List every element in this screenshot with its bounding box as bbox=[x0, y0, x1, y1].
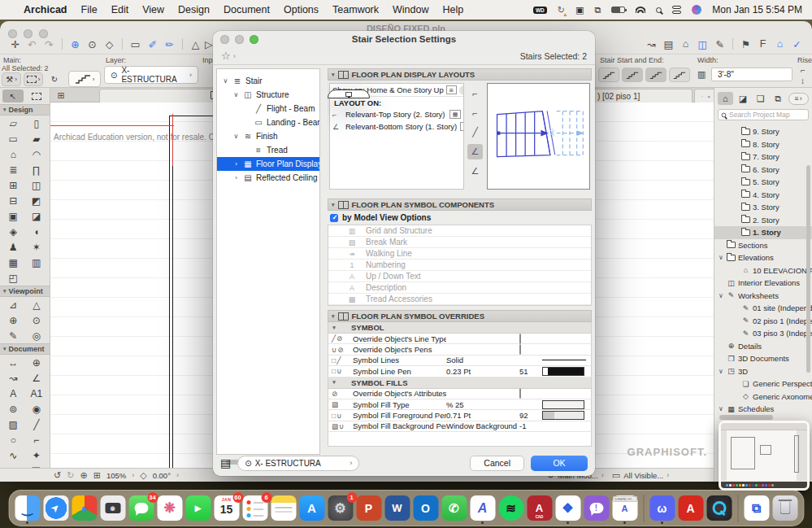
dock-settings[interactable]: ⚙1 bbox=[328, 495, 353, 521]
zone-stamp-tool[interactable]: ◉ bbox=[25, 401, 49, 417]
nav-item-02-piso-1-independ[interactable]: ✎02 piso 1 (Independ bbox=[714, 315, 812, 328]
tree-item-finish[interactable]: ∨≋Finish bbox=[217, 129, 319, 143]
dock-whatsapp[interactable]: ✆ bbox=[441, 495, 467, 521]
dock-facetime[interactable]: ▶ bbox=[185, 495, 211, 521]
stair-start-end-option-1[interactable] bbox=[598, 68, 619, 82]
layout-row-option-icon[interactable]: ▦ bbox=[449, 110, 461, 119]
trace-reference-icon[interactable]: ↝ bbox=[643, 37, 660, 52]
wall-tool[interactable]: ▱ bbox=[2, 116, 25, 131]
stair-start-end-option-3[interactable] bbox=[645, 68, 667, 82]
floor-plan-symbol-overrides-header[interactable]: ▾FLOOR PLAN SYMBOL OVERRIDES bbox=[328, 310, 592, 322]
dock-powerpoint[interactable]: P bbox=[356, 495, 381, 521]
skylight-tool[interactable]: ◩ bbox=[25, 193, 49, 208]
label-tool[interactable]: A1 bbox=[25, 386, 49, 401]
dialog-close-button[interactable] bbox=[220, 35, 229, 44]
spline-tool[interactable]: ∿ bbox=[2, 447, 25, 463]
zoom-icon[interactable]: ⊙ bbox=[84, 37, 101, 52]
model-view-options-checkbox[interactable] bbox=[330, 214, 338, 222]
fill-foreground-swatch[interactable] bbox=[542, 411, 584, 420]
subsection-symbol-fills[interactable]: ▾SYMBOL FILLS bbox=[328, 377, 592, 389]
nav-item-10-elevacion-pue[interactable]: ⌂10 ELEVACION PUE bbox=[714, 264, 812, 277]
minimize-button[interactable] bbox=[24, 29, 33, 38]
toolbox-section-design[interactable]: ▾Design bbox=[0, 104, 50, 116]
worksheet-tool[interactable]: ✎ bbox=[2, 328, 25, 343]
dock-chrome[interactable]: ● bbox=[72, 495, 97, 521]
figure-icon[interactable]: ▤ bbox=[660, 37, 677, 52]
favorites-star-icon[interactable]: ☆ bbox=[221, 50, 231, 62]
cancel-button[interactable]: Cancel bbox=[470, 456, 524, 471]
fill-tool[interactable]: ▨ bbox=[2, 417, 25, 432]
radial-dimension-tool[interactable]: ↝ bbox=[2, 370, 25, 386]
mesh-tool[interactable]: ▦ bbox=[2, 255, 25, 270]
polyline-tool[interactable]: ⌐ bbox=[25, 432, 49, 447]
layer-dropdown[interactable]: ⊙ X- ESTRUCTURA › bbox=[104, 66, 198, 84]
orientation-icon[interactable]: ◇ bbox=[140, 470, 146, 481]
override-row-override-object-s-line-types[interactable]: ╱⊘Override Object's Line Types bbox=[328, 334, 592, 344]
dialog-minimize-button[interactable] bbox=[235, 35, 244, 44]
override-row-override-object-s-attributes[interactable]: ⊘Override Object's Attributes bbox=[328, 389, 592, 399]
navigator-horizontal-scrollbar[interactable] bbox=[719, 415, 773, 420]
interior-elevation-tool[interactable]: ⊕ bbox=[2, 312, 25, 328]
redo-icon[interactable]: ↷ bbox=[41, 37, 58, 52]
quick-options-icon[interactable]: ⊞ bbox=[52, 89, 70, 102]
dimension-tool[interactable]: ↔ bbox=[2, 355, 25, 370]
show-on-chevron-button[interactable]: › bbox=[459, 85, 463, 95]
nav-item-7-story[interactable]: 7. Story bbox=[714, 151, 812, 164]
level-dimension-tool[interactable]: ⊕ bbox=[25, 355, 49, 370]
menu-help[interactable]: Help bbox=[443, 4, 464, 15]
floor-plan-symbol-components-header[interactable]: ▾FLOOR PLAN SYMBOL COMPONENTS bbox=[328, 199, 592, 211]
nav-item-03-piso-3-indepenc[interactable]: ✎03 piso 3 (Indepenc bbox=[714, 327, 812, 340]
tree-item-landing-beam[interactable]: ▭Landing - Beam bbox=[217, 116, 319, 129]
nav-item-sections[interactable]: Sections bbox=[714, 239, 812, 252]
object-tool[interactable]: ♟ bbox=[2, 239, 25, 255]
override-row-symbol-fill-foreground-pen[interactable]: □∪Symbol Fill Foreground Pen0.71 Pt92 bbox=[328, 410, 592, 421]
layout-row-option-icon[interactable]: ▦ bbox=[460, 122, 464, 131]
floor-plan-display-layouts-header[interactable]: ▾FLOOR PLAN DISPLAY LAYOUTS bbox=[328, 68, 592, 81]
stair-start-end-option-2[interactable] bbox=[622, 68, 643, 82]
dock-archicad[interactable]: A bbox=[470, 495, 495, 521]
pick-up-parameters-icon[interactable]: ✐ bbox=[144, 37, 161, 52]
fill-background-swatch[interactable] bbox=[328, 89, 370, 98]
tool-settings-button[interactable]: ⚒› bbox=[2, 72, 21, 86]
tree-item-structure[interactable]: ∨◫Structure bbox=[217, 88, 319, 102]
zoom-back-icon[interactable]: ↺ bbox=[54, 470, 61, 481]
navigator-menu-button[interactable]: ≡› bbox=[788, 93, 810, 105]
nav-item-9-story[interactable]: 9. Story bbox=[714, 125, 812, 138]
menu-view[interactable]: View bbox=[142, 4, 164, 15]
nav-item-generic-axonometry[interactable]: ◇Generic Axonometry bbox=[714, 391, 812, 404]
tree-item-floor-plan-display[interactable]: ›▦Floor Plan Display bbox=[217, 157, 319, 171]
pan-hand-icon[interactable]: ✛ bbox=[7, 37, 24, 52]
sync-warning-icon[interactable]: ↻▲ bbox=[558, 5, 565, 15]
profile-icon[interactable] bbox=[692, 5, 701, 15]
door-display-icon[interactable]: ◫ bbox=[694, 37, 711, 52]
nav-item-01-site-independen[interactable]: ✎01 site (Independen bbox=[714, 302, 812, 315]
top-story-mode-button[interactable]: ⌐ bbox=[467, 85, 483, 101]
favorites-chevron-icon[interactable]: › bbox=[233, 52, 236, 60]
dock-bimx[interactable]: ❖ bbox=[555, 495, 580, 521]
section-tool[interactable]: ⊿ bbox=[2, 297, 25, 312]
dock-messages[interactable]: 34 bbox=[128, 495, 154, 521]
tab-02-piso-1[interactable]: ) [02 piso 1] bbox=[590, 89, 693, 103]
pen-sets-icon[interactable]: ✎ bbox=[711, 37, 728, 52]
view-map-tab[interactable]: ◪ bbox=[736, 92, 751, 105]
override-row-override-object-s-pens[interactable]: ∪⊘Override Object's Pens bbox=[328, 344, 592, 355]
display-icon[interactable]: ▣ bbox=[575, 5, 584, 15]
dock-autocad[interactable]: ACAD bbox=[527, 495, 552, 521]
ok-button[interactable]: OK bbox=[531, 456, 588, 471]
dock-reminders[interactable]: 6 bbox=[242, 495, 267, 521]
mission-control-icon[interactable]: ⧉ bbox=[594, 5, 601, 15]
override-row-symbol-fill-background-pen[interactable]: ▨∪Symbol Fill Background PenWindow Backg… bbox=[328, 421, 592, 432]
layout-row-1[interactable]: ⌐Relevant-Top Story (2. Story)▦ bbox=[330, 108, 463, 120]
railing-tool[interactable]: ∏ bbox=[25, 162, 49, 177]
nav-item-details[interactable]: ⊕Details bbox=[714, 340, 812, 353]
current-tool-stair-button[interactable]: › bbox=[68, 71, 101, 87]
publisher-tab[interactable]: ⧉ bbox=[771, 92, 786, 105]
spotlight-icon[interactable] bbox=[656, 7, 662, 13]
dialog-traffic-lights[interactable] bbox=[220, 35, 258, 44]
bottom-story-mode-button[interactable]: ∠ bbox=[467, 144, 483, 159]
pen-color-swatch[interactable] bbox=[542, 367, 584, 376]
nav-item-elevations[interactable]: ∨Elevations bbox=[714, 251, 812, 264]
opening-vertical-tool[interactable]: ◰ bbox=[2, 270, 25, 286]
line-type-preview[interactable] bbox=[542, 360, 586, 360]
dialog-zoom-button[interactable] bbox=[250, 35, 258, 44]
